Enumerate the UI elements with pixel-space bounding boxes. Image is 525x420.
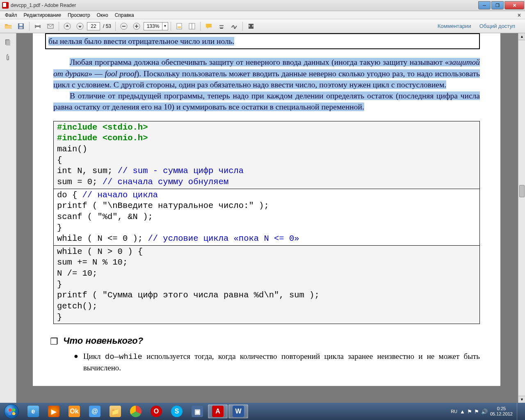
toolbar: / 53 ▼ Комментарии Общий доступ bbox=[0, 19, 525, 33]
taskbar-ie[interactable]: e bbox=[23, 404, 43, 418]
clock[interactable]: 0:25 05.12.2012 bbox=[490, 406, 513, 417]
svg-rect-21 bbox=[6, 40, 10, 46]
tool-button-1[interactable] bbox=[173, 21, 185, 32]
taskbar-reader[interactable]: A bbox=[208, 404, 228, 418]
menu-window[interactable]: Окно bbox=[94, 11, 112, 19]
close-button[interactable]: ✕ bbox=[504, 1, 524, 9]
language-indicator[interactable]: RU bbox=[451, 409, 457, 414]
comments-link[interactable]: Комментарии bbox=[438, 23, 471, 29]
svg-rect-16 bbox=[189, 23, 192, 29]
svg-rect-1 bbox=[19, 24, 23, 26]
document-icon: ❐ bbox=[50, 336, 58, 347]
highlight-button[interactable] bbox=[216, 21, 227, 32]
zoom-in-button[interactable] bbox=[131, 21, 142, 32]
open-button[interactable] bbox=[2, 21, 14, 32]
chevron-down-icon[interactable]: ▼ bbox=[162, 23, 168, 30]
taskbar-wmp[interactable]: ▶ bbox=[44, 404, 64, 418]
start-button[interactable] bbox=[0, 403, 23, 420]
menu-view[interactable]: Просмотр bbox=[64, 11, 94, 19]
attachments-icon[interactable] bbox=[2, 51, 14, 64]
page-number-input[interactable] bbox=[87, 22, 100, 30]
tool-button-2[interactable] bbox=[186, 21, 198, 32]
zoom-combo[interactable]: ▼ bbox=[144, 22, 168, 30]
zoom-input[interactable] bbox=[144, 23, 162, 29]
taskbar-ok[interactable]: Ok bbox=[64, 404, 84, 418]
email-button[interactable] bbox=[45, 21, 56, 32]
close-document-button[interactable]: × bbox=[515, 12, 523, 18]
zoom-out-button[interactable] bbox=[118, 21, 130, 32]
page-up-button[interactable] bbox=[62, 21, 73, 32]
svg-rect-15 bbox=[178, 26, 181, 28]
document-viewport[interactable]: бы нельзя было ввести отрицательное числ… bbox=[16, 33, 525, 403]
taskbar: e ▶ Ok @ 📁 O S ▣ A W RU ▲ ⚑ ⚑ 🔊 0:25 05.… bbox=[0, 403, 525, 420]
windows-icon bbox=[4, 404, 19, 419]
show-desktop-button[interactable] bbox=[517, 403, 522, 420]
scroll-down-icon[interactable]: ▼ bbox=[518, 396, 525, 403]
sign-button[interactable] bbox=[228, 21, 240, 32]
svg-rect-5 bbox=[36, 27, 39, 29]
svg-rect-10 bbox=[122, 26, 126, 27]
tray-network-icon[interactable]: ⚑ bbox=[474, 409, 479, 415]
svg-rect-17 bbox=[192, 23, 195, 29]
scrollbar-thumb[interactable] bbox=[519, 185, 525, 197]
pdf-icon bbox=[2, 2, 9, 9]
list-item: ● Цикл do—while используется тогда, когд… bbox=[74, 351, 480, 373]
comment-button[interactable] bbox=[203, 21, 215, 32]
svg-rect-18 bbox=[219, 25, 224, 26]
taskbar-explorer[interactable]: 📁 bbox=[105, 404, 125, 418]
code-block: #include <stdio.h> #include <conio.h> ma… bbox=[53, 121, 480, 324]
menu-file[interactable]: Файл bbox=[2, 11, 21, 19]
paragraph-2: В отличие от предыдущей программы, тепер… bbox=[53, 90, 480, 113]
tray-flag-icon[interactable]: ▲ bbox=[460, 409, 465, 415]
save-button[interactable] bbox=[15, 21, 27, 32]
paragraph-1: Любая программа должна обеспечивать защи… bbox=[53, 57, 480, 90]
boxed-text: бы нельзя было ввести отрицательное числ… bbox=[48, 37, 234, 46]
system-tray: RU ▲ ⚑ ⚑ 🔊 0:25 05.12.2012 bbox=[451, 403, 525, 420]
scroll-up-icon[interactable]: ▲ bbox=[518, 33, 525, 40]
maximize-button[interactable]: ❐ bbox=[491, 1, 504, 9]
tray-action-icon[interactable]: ⚑ bbox=[467, 409, 472, 415]
taskbar-chrome[interactable] bbox=[126, 404, 146, 418]
taskbar-mail[interactable]: @ bbox=[85, 404, 105, 418]
vertical-scrollbar[interactable]: ▲ ▼ bbox=[518, 33, 525, 403]
print-button[interactable] bbox=[32, 21, 43, 32]
svg-rect-2 bbox=[19, 27, 23, 29]
menu-edit[interactable]: Редактирование bbox=[21, 11, 64, 19]
read-mode-button[interactable] bbox=[245, 21, 257, 32]
thumbnails-icon[interactable] bbox=[2, 37, 14, 49]
taskbar-word[interactable]: W bbox=[228, 404, 248, 418]
menubar: Файл Редактирование Просмотр Окно Справк… bbox=[0, 11, 525, 19]
window-title: devcpp_1.pdf - Adobe Reader bbox=[11, 2, 76, 8]
page-total-label: / 53 bbox=[103, 23, 111, 29]
svg-rect-13 bbox=[136, 25, 137, 28]
taskbar-devcpp[interactable]: ▣ bbox=[187, 404, 207, 418]
taskbar-opera[interactable]: O bbox=[146, 404, 166, 418]
minimize-button[interactable]: ─ bbox=[478, 1, 491, 9]
pdf-page: бы нельзя было ввести отрицательное числ… bbox=[33, 33, 500, 386]
tray-volume-icon[interactable]: 🔊 bbox=[481, 409, 488, 415]
menu-help[interactable]: Справка bbox=[112, 11, 137, 19]
whatsnew-heading: ❐ Что новенького? bbox=[50, 336, 480, 347]
window-controls: ─ ❐ ✕ bbox=[478, 1, 525, 9]
svg-rect-4 bbox=[36, 23, 39, 25]
text-box: бы нельзя было ввести отрицательное числ… bbox=[45, 33, 480, 49]
page-down-button[interactable] bbox=[74, 21, 86, 32]
window-titlebar: devcpp_1.pdf - Adobe Reader ─ ❐ ✕ bbox=[0, 0, 525, 11]
left-dock bbox=[0, 33, 16, 403]
taskbar-skype[interactable]: S bbox=[167, 404, 187, 418]
bullet-list: ● Цикл do—while используется тогда, когд… bbox=[74, 351, 480, 373]
share-link[interactable]: Общий доступ bbox=[479, 23, 515, 29]
